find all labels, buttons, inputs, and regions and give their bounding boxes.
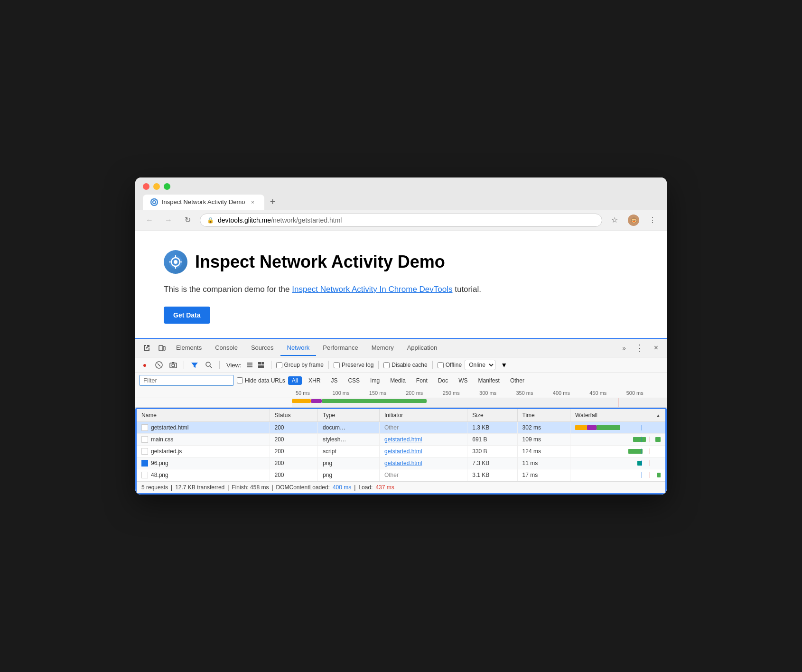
filter-type-media[interactable]: Media <box>386 376 410 385</box>
filter-type-all[interactable]: All <box>288 376 302 385</box>
file-icon <box>141 436 148 443</box>
hide-data-urls-input[interactable] <box>237 377 243 383</box>
row-initiator-cell: getstarted.html <box>379 446 467 457</box>
table-row[interactable]: getstarted.js 200 script getstarted.html… <box>137 446 665 457</box>
tab-performance[interactable]: Performance <box>316 340 364 356</box>
url-domain: devtools.glitch.me <box>218 216 271 224</box>
group-by-frame-input[interactable] <box>276 362 282 368</box>
view-label: View: <box>226 362 242 369</box>
toolbar-divider-4 <box>328 361 329 369</box>
row-status-cell: 200 <box>270 434 318 446</box>
inspect-element-icon[interactable] <box>140 341 153 355</box>
svg-point-2 <box>153 201 155 203</box>
table-row[interactable]: getstarted.html 200 docum… Other 1.3 KB … <box>137 422 665 434</box>
offline-input[interactable] <box>438 362 444 368</box>
tab-favicon <box>150 198 158 206</box>
preserve-log-input[interactable] <box>334 362 340 368</box>
filter-type-js[interactable]: JS <box>327 376 341 385</box>
devtools-menu-button[interactable]: ⋮ <box>631 339 649 357</box>
filter-type-manifest[interactable]: Manifest <box>475 376 504 385</box>
row-size-cell: 691 B <box>467 434 517 446</box>
list-view-button[interactable] <box>244 360 255 370</box>
tree-view-button[interactable] <box>256 360 266 370</box>
initiator-link[interactable]: getstarted.html <box>384 460 422 467</box>
col-header-initiator: Initiator <box>379 409 467 422</box>
filter-input[interactable] <box>139 375 234 386</box>
tab-sources[interactable]: Sources <box>244 340 280 356</box>
timeline-100ms: 100 ms <box>332 390 369 396</box>
separator-1: | <box>171 484 172 491</box>
record-button[interactable]: ● <box>139 359 150 371</box>
close-button[interactable] <box>143 183 149 190</box>
disable-cache-input[interactable] <box>383 362 390 368</box>
timeline-ruler: 50 ms 100 ms 150 ms 200 ms 250 ms 300 ms… <box>135 388 667 398</box>
offline-checkbox[interactable]: Offline <box>438 362 462 368</box>
minimize-button[interactable] <box>153 183 160 190</box>
tab-close-button[interactable]: × <box>249 198 257 206</box>
reload-button[interactable]: ↻ <box>181 214 194 227</box>
timeline-50ms: 50 ms <box>296 390 332 396</box>
timeline-450ms: 450 ms <box>589 390 626 396</box>
table-row[interactable]: main.css 200 stylesh… getstarted.html 69… <box>137 434 665 446</box>
filter-type-font[interactable]: Font <box>412 376 431 385</box>
svg-rect-11 <box>163 346 165 350</box>
filter-toggle-button[interactable] <box>189 359 200 371</box>
filter-type-xhr[interactable]: XHR <box>305 376 324 385</box>
throttle-dropdown-icon[interactable]: ▼ <box>498 359 510 371</box>
device-toolbar-icon[interactable] <box>155 341 168 355</box>
row-name-cell: 48.png <box>137 469 270 481</box>
back-button[interactable]: ← <box>143 214 156 227</box>
screenshot-button[interactable] <box>168 359 179 371</box>
file-icon <box>141 448 148 455</box>
throttle-select[interactable]: Online <box>465 360 495 370</box>
new-tab-button[interactable]: + <box>266 196 280 209</box>
file-icon <box>141 472 148 478</box>
tab-application[interactable]: Application <box>401 340 444 356</box>
row-waterfall-cell <box>570 422 666 434</box>
disable-cache-checkbox[interactable]: Disable cache <box>383 362 427 368</box>
toolbar-divider-6 <box>432 361 433 369</box>
more-tabs-button[interactable]: » <box>617 341 630 355</box>
initiator-link[interactable]: getstarted.html <box>384 448 422 455</box>
url-bar[interactable]: 🔒 devtools.glitch.me/network/getstarted.… <box>200 214 602 227</box>
filter-type-other[interactable]: Other <box>506 376 528 385</box>
search-button[interactable] <box>203 359 214 371</box>
row-initiator-cell: getstarted.html <box>379 457 467 469</box>
svg-line-17 <box>210 366 212 368</box>
col-header-time: Time <box>517 409 570 422</box>
get-data-button[interactable]: Get Data <box>164 307 210 324</box>
tab-console[interactable]: Console <box>208 340 244 356</box>
profile-button[interactable]: 🐵 <box>627 214 640 227</box>
active-tab[interactable]: Inspect Network Activity Demo × <box>143 195 264 210</box>
timeline-200ms: 200 ms <box>406 390 442 396</box>
profile-avatar: 🐵 <box>628 215 639 226</box>
forward-button[interactable]: → <box>162 214 175 227</box>
initiator-link[interactable]: getstarted.html <box>384 436 422 443</box>
group-by-frame-checkbox[interactable]: Group by frame <box>276 362 324 368</box>
preserve-log-checkbox[interactable]: Preserve log <box>334 362 373 368</box>
table-row[interactable]: 96.png 200 png getstarted.html 7.3 KB 11… <box>137 457 665 469</box>
filter-type-css[interactable]: CSS <box>344 376 364 385</box>
filter-type-doc[interactable]: Doc <box>434 376 452 385</box>
table-row[interactable]: 48.png 200 png Other 3.1 KB 17 ms <box>137 469 665 481</box>
clear-button[interactable] <box>153 359 165 371</box>
col-header-size: Size <box>467 409 517 422</box>
page-content: Inspect Network Activity Demo This is th… <box>135 231 667 338</box>
tab-network[interactable]: Network <box>280 340 317 356</box>
browser-menu-button[interactable]: ⋮ <box>646 214 659 227</box>
filter-type-ws[interactable]: WS <box>455 376 471 385</box>
timeline-bars-area <box>135 398 667 408</box>
maximize-button[interactable] <box>164 183 170 190</box>
tab-elements[interactable]: Elements <box>169 340 208 356</box>
devtools-link[interactable]: Inspect Network Activity In Chrome DevTo… <box>292 285 452 294</box>
bookmark-button[interactable]: ☆ <box>608 214 621 227</box>
filter-type-img[interactable]: Img <box>366 376 383 385</box>
tab-memory[interactable]: Memory <box>365 340 401 356</box>
description-suffix: tutorial. <box>452 285 481 294</box>
filter-bar: Hide data URLs All XHR JS CSS Img Media … <box>135 373 667 388</box>
hide-data-urls-checkbox[interactable]: Hide data URLs <box>237 377 285 384</box>
devtools-close-button[interactable]: × <box>649 340 663 356</box>
row-initiator-cell: getstarted.html <box>379 434 467 446</box>
row-initiator-cell: Other <box>379 469 467 481</box>
file-icon-image <box>141 460 148 467</box>
